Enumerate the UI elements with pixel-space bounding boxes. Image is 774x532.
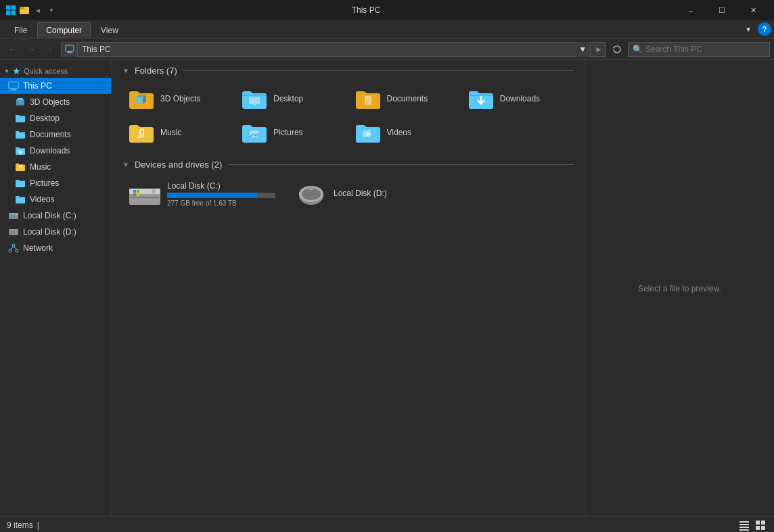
sidebar-thispc-label: This PC: [23, 81, 106, 91]
folder-item-desktop[interactable]: Desktop: [235, 82, 347, 115]
desktop-folder-icon: [15, 113, 26, 124]
sidebar-item-thispc[interactable]: This PC: [0, 78, 111, 94]
folder-item-downloads[interactable]: Downloads: [462, 82, 574, 115]
folder-music-label: Music: [160, 128, 181, 137]
status-view-controls: [737, 518, 767, 532]
maximize-button[interactable]: ☐: [706, 0, 737, 20]
folder-item-music[interactable]: Music: [122, 116, 234, 149]
drive-item-d[interactable]: Local Disk (D:): [289, 176, 445, 212]
ribbon: File Computer View ▼ ?: [0, 20, 774, 39]
title-bar-quick-access: ◄ ▼: [5, 5, 57, 16]
status-items-count: 9 items: [7, 521, 33, 530]
drive-d-name: Local Disk (D:): [334, 189, 439, 198]
address-pc-icon: [62, 42, 78, 57]
back-button[interactable]: ←: [4, 41, 20, 57]
tab-file[interactable]: File: [5, 22, 36, 38]
svg-line-25: [14, 247, 17, 249]
refresh-button[interactable]: [609, 41, 625, 57]
svg-rect-14: [18, 98, 23, 100]
minimize-button[interactable]: –: [675, 0, 706, 20]
downloads-folder-icon: [15, 145, 26, 156]
help-button[interactable]: ?: [758, 22, 771, 36]
disk-c-icon: [8, 210, 19, 221]
close-button[interactable]: ✕: [737, 0, 769, 20]
sidebar-item-downloads[interactable]: Downloads: [0, 143, 111, 159]
svg-rect-9: [67, 52, 72, 53]
sidebar-item-documents[interactable]: Documents: [0, 126, 111, 143]
svg-point-20: [16, 232, 17, 233]
address-expand-btn[interactable]: ►: [592, 45, 606, 54]
svg-rect-43: [133, 190, 136, 193]
folder-pictures-label: Pictures: [273, 128, 302, 137]
search-input[interactable]: [645, 45, 765, 54]
folder-downloads-label: Downloads: [500, 94, 540, 103]
videos-folder-icon: [15, 194, 26, 205]
view-tiles-button[interactable]: [754, 518, 767, 532]
sidebar-item-network[interactable]: Network: [0, 240, 111, 256]
folders-grid: 3D Objects Desktop: [122, 82, 574, 149]
sidebar-item-desktop[interactable]: Desktop: [0, 110, 111, 126]
tab-computer[interactable]: Computer: [37, 22, 91, 38]
sidebar-item-music[interactable]: Music: [0, 159, 111, 175]
drive-item-c[interactable]: Local Disk (C:) 277 GB free of 1.63 TB: [122, 176, 278, 212]
dropdown-icon[interactable]: ▼: [46, 5, 57, 16]
sidebar-pictures-label: Pictures: [30, 178, 106, 188]
tab-view[interactable]: View: [92, 22, 127, 38]
svg-rect-46: [137, 193, 139, 196]
windows-icon: [5, 5, 16, 16]
drive-c-space: 277 GB free of 1.63 TB: [167, 199, 275, 207]
ribbon-tabs: File Computer View: [3, 20, 742, 38]
sidebar-item-local-disk-c[interactable]: Local Disk (C:): [0, 208, 111, 224]
svg-rect-60: [761, 526, 765, 530]
content-area: ▼ Folders (7) 3D Objects: [112, 60, 585, 516]
drive-c-info: Local Disk (C:) 277 GB free of 1.63 TB: [167, 181, 275, 207]
folder-videos-icon: [355, 120, 382, 145]
sidebar-3dobjects-label: 3D Objects: [30, 97, 106, 107]
svg-rect-44: [137, 190, 139, 193]
address-dropdown-button[interactable]: ▼: [576, 42, 589, 57]
folder-videos-label: Videos: [387, 128, 411, 137]
main-layout: ▼ ★ Quick access This PC 3D Objects Desk…: [0, 60, 774, 516]
ribbon-expand-icon[interactable]: ▼: [742, 22, 755, 36]
window-title: This PC: [62, 5, 670, 15]
svg-rect-19: [9, 229, 18, 231]
address-bar: ← → ↑ This PC ▼ ► 🔍: [0, 39, 774, 60]
folder-item-videos[interactable]: Videos: [349, 116, 461, 149]
sidebar-music-label: Music: [30, 162, 106, 172]
up-button[interactable]: ↑: [42, 41, 58, 57]
preview-text: Select a file to preview.: [638, 284, 721, 293]
drives-section-title: Devices and drives (2): [135, 160, 222, 170]
svg-line-24: [10, 247, 14, 249]
svg-rect-8: [68, 51, 72, 53]
svg-rect-3: [12, 11, 16, 16]
svg-rect-16: [9, 213, 18, 215]
folder-item-3dobjects[interactable]: 3D Objects: [122, 82, 234, 115]
drive-c-bar-bg: [167, 193, 275, 198]
sidebar-item-pictures[interactable]: Pictures: [0, 175, 111, 191]
sidebar-item-3dobjects[interactable]: 3D Objects: [0, 94, 111, 110]
folders-section-line: [183, 70, 574, 71]
sidebar-section-quick-access[interactable]: ▼ ★ Quick access: [0, 63, 111, 78]
pictures-folder-icon: [15, 178, 26, 189]
svg-rect-58: [761, 521, 765, 525]
svg-rect-11: [12, 89, 16, 90]
forward-button[interactable]: →: [23, 41, 39, 57]
sidebar-item-videos[interactable]: Videos: [0, 191, 111, 208]
drives-container: Local Disk (C:) 277 GB free of 1.63 TB: [122, 176, 574, 212]
svg-rect-0: [6, 5, 11, 10]
view-details-button[interactable]: [737, 518, 751, 532]
svg-rect-55: [739, 527, 749, 528]
svg-rect-29: [249, 97, 260, 104]
svg-rect-30: [253, 104, 256, 105]
svg-point-22: [9, 249, 12, 252]
documents-folder-icon: [15, 129, 26, 140]
folder-item-pictures[interactable]: Pictures: [235, 116, 347, 149]
sidebar-item-local-disk-d[interactable]: Local Disk (D:): [0, 224, 111, 240]
folder-item-documents[interactable]: Documents: [349, 82, 461, 115]
status-separator: |: [37, 521, 39, 530]
back-icon[interactable]: ◄: [32, 5, 43, 16]
svg-rect-13: [16, 99, 24, 105]
drives-section-line: [227, 164, 574, 165]
title-bar: ◄ ▼ This PC – ☐ ✕: [0, 0, 774, 20]
search-box: 🔍: [628, 42, 770, 57]
